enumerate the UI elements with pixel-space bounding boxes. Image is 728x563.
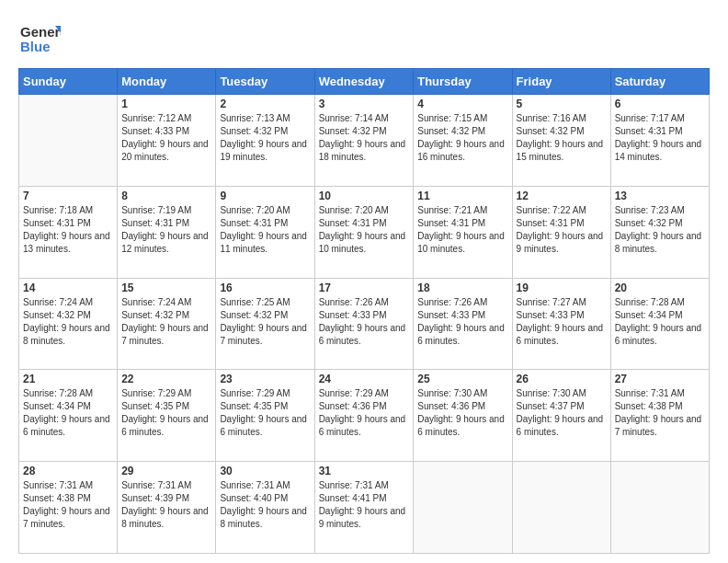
day-number: 14 (23, 282, 113, 294)
day-info: Sunrise: 7:24 AMSunset: 4:32 PMDaylight:… (121, 296, 211, 348)
day-number: 11 (417, 190, 507, 202)
day-info: Sunrise: 7:24 AMSunset: 4:32 PMDaylight:… (23, 296, 113, 348)
day-info: Sunrise: 7:31 AMSunset: 4:38 PMDaylight:… (615, 387, 705, 439)
header: General Blue (18, 17, 710, 59)
day-info: Sunrise: 7:13 AMSunset: 4:32 PMDaylight:… (220, 112, 310, 164)
calendar-cell: 1Sunrise: 7:12 AMSunset: 4:33 PMDaylight… (118, 95, 216, 187)
day-number: 20 (615, 282, 705, 294)
calendar-cell: 28Sunrise: 7:31 AMSunset: 4:38 PMDayligh… (19, 462, 118, 554)
calendar-cell: 20Sunrise: 7:28 AMSunset: 4:34 PMDayligh… (610, 278, 709, 370)
day-number: 6 (615, 98, 705, 110)
day-info: Sunrise: 7:30 AMSunset: 4:37 PMDaylight:… (517, 387, 607, 439)
day-info: Sunrise: 7:12 AMSunset: 4:33 PMDaylight:… (121, 112, 211, 164)
weekday-header-friday: Friday (512, 69, 610, 95)
calendar-cell: 24Sunrise: 7:29 AMSunset: 4:36 PMDayligh… (314, 370, 414, 462)
logo-icon: General Blue (18, 17, 61, 59)
day-number: 23 (220, 373, 310, 385)
day-number: 31 (319, 465, 410, 477)
day-number: 24 (319, 373, 410, 385)
day-info: Sunrise: 7:31 AMSunset: 4:39 PMDaylight:… (121, 479, 211, 531)
weekday-header-saturday: Saturday (610, 69, 709, 95)
day-number: 19 (517, 282, 607, 294)
calendar-cell: 13Sunrise: 7:23 AMSunset: 4:32 PMDayligh… (610, 186, 709, 278)
day-number: 4 (417, 98, 507, 110)
day-number: 13 (615, 190, 705, 202)
day-info: Sunrise: 7:28 AMSunset: 4:34 PMDaylight:… (23, 387, 113, 439)
calendar-cell: 18Sunrise: 7:26 AMSunset: 4:33 PMDayligh… (414, 278, 512, 370)
day-info: Sunrise: 7:23 AMSunset: 4:32 PMDaylight:… (615, 204, 705, 256)
page: General Blue SundayMondayTuesdayWednesda… (0, 0, 728, 563)
calendar-cell: 19Sunrise: 7:27 AMSunset: 4:33 PMDayligh… (512, 278, 610, 370)
day-number: 30 (220, 465, 310, 477)
day-number: 28 (23, 465, 113, 477)
day-info: Sunrise: 7:27 AMSunset: 4:33 PMDaylight:… (517, 296, 607, 348)
calendar-cell (19, 95, 118, 187)
calendar-cell: 27Sunrise: 7:31 AMSunset: 4:38 PMDayligh… (610, 370, 709, 462)
calendar-cell: 12Sunrise: 7:22 AMSunset: 4:31 PMDayligh… (512, 186, 610, 278)
day-info: Sunrise: 7:28 AMSunset: 4:34 PMDaylight:… (615, 296, 705, 348)
calendar-cell: 21Sunrise: 7:28 AMSunset: 4:34 PMDayligh… (19, 370, 118, 462)
day-number: 29 (121, 465, 211, 477)
calendar-cell: 6Sunrise: 7:17 AMSunset: 4:31 PMDaylight… (610, 95, 709, 187)
day-info: Sunrise: 7:20 AMSunset: 4:31 PMDaylight:… (319, 204, 410, 256)
day-number: 22 (121, 373, 211, 385)
day-number: 10 (319, 190, 410, 202)
day-number: 1 (121, 98, 211, 110)
day-number: 9 (220, 190, 310, 202)
week-row-0: 1Sunrise: 7:12 AMSunset: 4:33 PMDaylight… (19, 95, 710, 187)
day-info: Sunrise: 7:22 AMSunset: 4:31 PMDaylight:… (517, 204, 607, 256)
day-number: 17 (319, 282, 410, 294)
day-number: 3 (319, 98, 410, 110)
day-info: Sunrise: 7:31 AMSunset: 4:38 PMDaylight:… (23, 479, 113, 531)
day-number: 26 (517, 373, 607, 385)
day-info: Sunrise: 7:20 AMSunset: 4:31 PMDaylight:… (220, 204, 310, 256)
calendar-cell: 10Sunrise: 7:20 AMSunset: 4:31 PMDayligh… (314, 186, 414, 278)
day-info: Sunrise: 7:31 AMSunset: 4:41 PMDaylight:… (319, 479, 410, 531)
day-number: 18 (417, 282, 507, 294)
svg-text:Blue: Blue (20, 39, 51, 54)
calendar-cell (610, 462, 709, 554)
day-number: 12 (517, 190, 607, 202)
weekday-header-monday: Monday (118, 69, 216, 95)
day-info: Sunrise: 7:18 AMSunset: 4:31 PMDaylight:… (23, 204, 113, 256)
calendar-cell: 9Sunrise: 7:20 AMSunset: 4:31 PMDaylight… (216, 186, 314, 278)
week-row-2: 14Sunrise: 7:24 AMSunset: 4:32 PMDayligh… (19, 278, 710, 370)
weekday-header-tuesday: Tuesday (216, 69, 314, 95)
day-info: Sunrise: 7:25 AMSunset: 4:32 PMDaylight:… (220, 296, 310, 348)
day-info: Sunrise: 7:26 AMSunset: 4:33 PMDaylight:… (417, 296, 507, 348)
logo: General Blue (18, 17, 61, 59)
calendar-cell: 3Sunrise: 7:14 AMSunset: 4:32 PMDaylight… (314, 95, 414, 187)
day-info: Sunrise: 7:15 AMSunset: 4:32 PMDaylight:… (417, 112, 507, 164)
day-number: 16 (220, 282, 310, 294)
calendar-cell: 29Sunrise: 7:31 AMSunset: 4:39 PMDayligh… (118, 462, 216, 554)
weekday-header-row: SundayMondayTuesdayWednesdayThursdayFrid… (19, 69, 710, 95)
day-info: Sunrise: 7:21 AMSunset: 4:31 PMDaylight:… (417, 204, 507, 256)
day-number: 7 (23, 190, 113, 202)
week-row-4: 28Sunrise: 7:31 AMSunset: 4:38 PMDayligh… (19, 462, 710, 554)
weekday-header-thursday: Thursday (414, 69, 512, 95)
calendar-cell: 2Sunrise: 7:13 AMSunset: 4:32 PMDaylight… (216, 95, 314, 187)
calendar-cell: 22Sunrise: 7:29 AMSunset: 4:35 PMDayligh… (118, 370, 216, 462)
calendar-cell: 4Sunrise: 7:15 AMSunset: 4:32 PMDaylight… (414, 95, 512, 187)
calendar-cell: 25Sunrise: 7:30 AMSunset: 4:36 PMDayligh… (414, 370, 512, 462)
calendar-cell (414, 462, 512, 554)
svg-text:General: General (20, 24, 61, 40)
day-info: Sunrise: 7:30 AMSunset: 4:36 PMDaylight:… (417, 387, 507, 439)
calendar-cell: 8Sunrise: 7:19 AMSunset: 4:31 PMDaylight… (118, 186, 216, 278)
week-row-1: 7Sunrise: 7:18 AMSunset: 4:31 PMDaylight… (19, 186, 710, 278)
day-number: 25 (417, 373, 507, 385)
day-number: 8 (121, 190, 211, 202)
calendar-cell: 23Sunrise: 7:29 AMSunset: 4:35 PMDayligh… (216, 370, 314, 462)
calendar-cell: 14Sunrise: 7:24 AMSunset: 4:32 PMDayligh… (19, 278, 118, 370)
day-number: 2 (220, 98, 310, 110)
weekday-header-wednesday: Wednesday (314, 69, 414, 95)
day-info: Sunrise: 7:19 AMSunset: 4:31 PMDaylight:… (121, 204, 211, 256)
calendar-cell: 7Sunrise: 7:18 AMSunset: 4:31 PMDaylight… (19, 186, 118, 278)
day-info: Sunrise: 7:31 AMSunset: 4:40 PMDaylight:… (220, 479, 310, 531)
day-info: Sunrise: 7:29 AMSunset: 4:35 PMDaylight:… (121, 387, 211, 439)
calendar-cell: 16Sunrise: 7:25 AMSunset: 4:32 PMDayligh… (216, 278, 314, 370)
calendar-cell: 31Sunrise: 7:31 AMSunset: 4:41 PMDayligh… (314, 462, 414, 554)
day-number: 21 (23, 373, 113, 385)
day-number: 5 (517, 98, 607, 110)
calendar-cell: 26Sunrise: 7:30 AMSunset: 4:37 PMDayligh… (512, 370, 610, 462)
